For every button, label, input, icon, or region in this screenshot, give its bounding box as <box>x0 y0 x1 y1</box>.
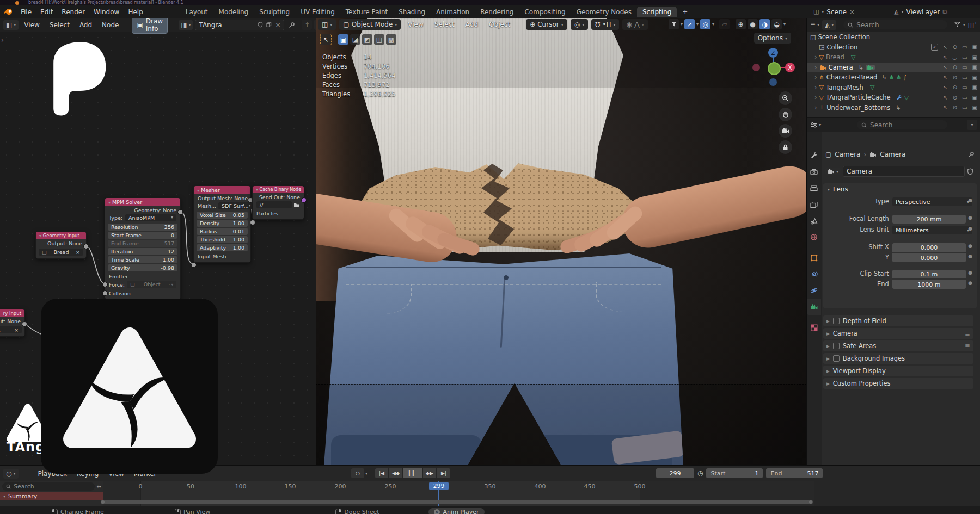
select-mode-new-icon[interactable]: ▣ <box>338 34 348 45</box>
panel-safe-areas[interactable]: ▸Safe Areas≣ <box>823 340 973 351</box>
mesher-input-socket[interactable] <box>191 262 197 268</box>
menu-render[interactable]: Render <box>57 8 89 16</box>
tab-world[interactable] <box>807 229 821 245</box>
node-menu-view[interactable]: View <box>20 21 44 29</box>
anim-player-button[interactable]: × Anim Player <box>428 508 485 514</box>
tab-constraints[interactable] <box>807 266 821 282</box>
tab-object-data-active[interactable] <box>807 299 821 315</box>
presets-icon[interactable]: ≣ <box>965 342 970 350</box>
mesher-threshold-field[interactable]: Threshold1.00 <box>197 236 248 243</box>
selectable-icon[interactable]: ↖ <box>943 64 947 70</box>
scene-unlink-icon[interactable]: × <box>849 8 855 16</box>
tab-rendering[interactable]: Rendering <box>475 7 519 17</box>
node-tree-selector[interactable]: ◨▾ TAngra × ↥ ◔ <box>179 20 316 30</box>
expand-icon[interactable]: › <box>814 104 817 112</box>
mpm-end-frame-field[interactable]: End Frame517 <box>108 240 177 247</box>
disable-viewport-icon[interactable]: ▭ <box>962 84 967 90</box>
new-collection-icon[interactable]: ◫+ <box>968 21 977 29</box>
pin-icon[interactable] <box>968 151 975 158</box>
blender-menu-icon[interactable] <box>0 8 16 16</box>
breadcrumb-object[interactable]: Camera <box>835 151 860 158</box>
gizmo-z-neg[interactable] <box>769 78 777 86</box>
view-menu[interactable]: View <box>404 21 427 28</box>
mesher-density-field[interactable]: Density1.00 <box>197 220 248 227</box>
menu-file[interactable]: File <box>16 8 36 16</box>
bg-images-checkbox[interactable] <box>833 355 840 362</box>
node-mpm-solver[interactable]: ▾ MPM Solver Geometry: None Type: AnisoM… <box>105 197 181 300</box>
selectable-icon[interactable]: ↖ <box>943 44 947 50</box>
transform-pivot-dropdown[interactable]: ⊕Cursor▾ <box>526 19 567 30</box>
panel-depth-of-field[interactable]: ▸Depth of Field <box>823 315 973 326</box>
clip-end-field[interactable]: 1000 m <box>892 280 966 289</box>
selectable-icon[interactable]: ↖ <box>943 84 947 90</box>
disable-render-icon[interactable]: ▣ <box>972 75 977 80</box>
close-icon[interactable]: × <box>434 509 440 514</box>
tab-tool[interactable] <box>807 147 821 164</box>
timeline-scrollbar[interactable] <box>101 500 813 504</box>
use-preview-range-icon[interactable]: ◷ <box>697 469 703 477</box>
hide-eye-icon[interactable]: ⊙ <box>953 75 957 80</box>
geometry-output-socket-2[interactable] <box>22 321 27 327</box>
tab-sculpting[interactable]: Sculpting <box>254 7 295 17</box>
tab-texture[interactable] <box>807 319 821 336</box>
camera-datablock-menu[interactable]: ▾ <box>825 168 841 175</box>
tab-compositing[interactable]: Compositing <box>519 7 571 17</box>
add-workspace-button[interactable]: + <box>677 7 693 17</box>
selectable-icon[interactable]: ↖ <box>943 54 947 60</box>
hide-eye-icon[interactable]: ⊙ <box>953 64 957 70</box>
outliner-row-tangramesh[interactable]: › ▽ TangraMesh ▽ ↖ ⊙ ▭ ▣ <box>807 83 980 93</box>
menu-window[interactable]: Window <box>89 8 124 16</box>
select-mode-extend-icon[interactable]: ◪ <box>350 34 360 45</box>
outliner-editor-type-button[interactable]: ≣▾ <box>810 21 819 29</box>
viewport-editor-type-button[interactable]: ◫▾ <box>318 19 336 30</box>
safe-areas-checkbox[interactable] <box>833 343 840 349</box>
menu-edit[interactable]: Edit <box>36 8 57 16</box>
tab-geometry-nodes[interactable]: Geometry Nodes <box>571 7 637 17</box>
pan-hand-button[interactable] <box>779 108 792 121</box>
pause-button[interactable]: ▎▎ <box>403 468 422 478</box>
draw-info-button[interactable]: ▣ Draw Info <box>132 18 168 34</box>
lens-panel-header[interactable]: ▾Lens <box>823 183 977 195</box>
prev-keyframe-button[interactable]: ◀◆ <box>389 468 402 478</box>
select-menu[interactable]: Select <box>431 21 458 28</box>
copies-icon[interactable] <box>266 22 272 28</box>
hide-eye-closed-icon[interactable]: ◡ <box>952 54 957 60</box>
current-frame-field[interactable]: 299 <box>656 468 694 478</box>
type-dropdown[interactable]: Perspective▾ <box>892 197 972 206</box>
expand-icon[interactable]: › <box>814 84 817 91</box>
select-mode-subtract-icon[interactable]: ◩ <box>362 34 372 45</box>
hide-eye-icon[interactable]: ⊙ <box>953 84 957 90</box>
panel-camera[interactable]: ▸Camera≣ <box>823 328 973 339</box>
tab-physics[interactable] <box>807 282 821 299</box>
disable-render-icon[interactable]: ▣ <box>972 84 977 90</box>
navigation-gizmo[interactable]: Z X <box>755 48 794 87</box>
mpm-iteration-field[interactable]: Iteration12 <box>108 248 177 255</box>
scene-selector[interactable]: ◫▾ Scene × <box>813 8 855 16</box>
hide-eye-icon[interactable]: ⊙ <box>953 44 957 50</box>
mode-dropdown[interactable]: ▢Object Mode▾ <box>339 19 401 30</box>
remove-object-icon[interactable]: × <box>76 249 80 255</box>
collection-checkbox[interactable]: ✓ <box>931 44 938 51</box>
tab-layout[interactable]: Layout <box>180 7 213 17</box>
shading-material-icon[interactable]: ◑ <box>759 19 770 29</box>
panel-background-images[interactable]: ▸Background Images <box>823 353 973 364</box>
disable-render-icon[interactable]: ▣ <box>972 54 977 60</box>
hide-eye-icon[interactable]: ⊙ <box>953 95 957 101</box>
tab-output[interactable] <box>807 180 821 196</box>
disable-render-icon[interactable]: ▣ <box>972 95 977 101</box>
select-mode-invert-icon[interactable]: ◫ <box>374 34 384 45</box>
selectable-icon[interactable]: ↖ <box>943 75 947 80</box>
playhead-badge[interactable]: 299 <box>429 482 449 490</box>
tab-texture-paint[interactable]: Texture Paint <box>340 7 393 17</box>
shading-wireframe-icon[interactable]: ⊕ <box>736 19 746 29</box>
outliner-row-underwear-bottoms[interactable]: › ⊥ Underwear_Bottoms ↳ ↖ ⊙ ▭ ▣ <box>807 103 980 113</box>
geometry-output-socket[interactable] <box>83 244 89 249</box>
disable-render-icon[interactable]: ▣ <box>972 104 977 110</box>
mpm-gravity-field[interactable]: Gravity-0.98 <box>108 264 177 271</box>
end-frame-field[interactable]: End517 <box>766 468 823 478</box>
menu-help[interactable]: Help <box>124 8 147 16</box>
fake-user-shield-icon[interactable] <box>258 22 263 28</box>
panel-custom-properties[interactable]: ▸Custom Properties <box>823 378 973 389</box>
fake-user-shield-icon[interactable] <box>967 168 973 175</box>
outliner-display-mode[interactable]: ◭▾ <box>822 20 836 30</box>
